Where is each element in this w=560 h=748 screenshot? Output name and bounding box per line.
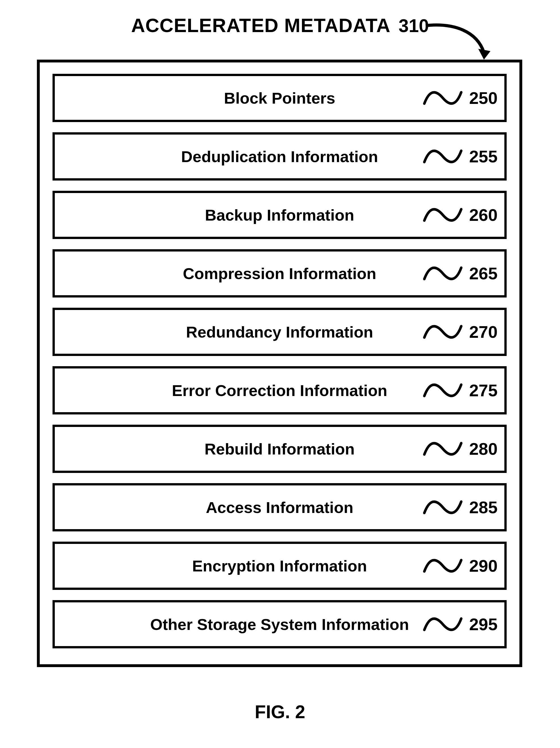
title-arrow-icon — [420, 20, 494, 65]
metadata-row-ref-group: 285 — [421, 493, 497, 521]
metadata-row-label: Access Information — [206, 498, 353, 517]
metadata-row-ref-group: 295 — [421, 610, 497, 638]
metadata-row-label: Deduplication Information — [181, 147, 378, 166]
metadata-container: Block Pointers 250 Deduplication Informa… — [37, 60, 522, 667]
metadata-row-label: Other Storage System Information — [150, 615, 409, 634]
metadata-row-label: Rebuild Information — [205, 440, 355, 458]
metadata-row: Redundancy Information 270 — [52, 308, 507, 356]
curly-brace-icon — [421, 610, 464, 638]
metadata-row-ref: 290 — [469, 556, 497, 576]
metadata-row-ref-group: 260 — [421, 201, 497, 229]
metadata-row-ref-group: 255 — [421, 142, 497, 171]
figure-caption: FIG. 2 — [0, 701, 560, 722]
metadata-row: Other Storage System Information 295 — [52, 600, 507, 648]
diagram-title: ACCELERATED METADATA — [131, 14, 391, 36]
metadata-row-ref: 260 — [469, 205, 497, 225]
metadata-row-ref: 295 — [469, 614, 497, 634]
metadata-row-ref: 255 — [469, 147, 497, 166]
metadata-row-label: Encryption Information — [192, 557, 367, 575]
curly-brace-icon — [421, 201, 464, 229]
metadata-row: Rebuild Information 280 — [52, 425, 507, 473]
metadata-row: Error Correction Information 275 — [52, 366, 507, 415]
metadata-row: Compression Information 265 — [52, 249, 507, 298]
metadata-row-ref: 270 — [469, 322, 497, 342]
curly-brace-icon — [421, 259, 464, 287]
metadata-row-ref: 285 — [469, 498, 497, 517]
metadata-row-ref: 280 — [469, 439, 497, 459]
curly-brace-icon — [421, 552, 464, 580]
curly-brace-icon — [421, 493, 464, 521]
svg-marker-0 — [478, 49, 490, 60]
metadata-row: Block Pointers 250 — [52, 74, 507, 122]
metadata-row: Encryption Information 290 — [52, 542, 507, 590]
metadata-row-ref-group: 250 — [421, 84, 497, 112]
metadata-row-ref-group: 280 — [421, 435, 497, 463]
metadata-row-ref-group: 265 — [421, 259, 497, 287]
curly-brace-icon — [421, 376, 464, 404]
metadata-row-ref-group: 270 — [421, 318, 497, 346]
metadata-row-label: Backup Information — [205, 206, 354, 224]
metadata-row-label: Error Correction Information — [172, 381, 387, 400]
metadata-row-ref: 265 — [469, 264, 497, 283]
metadata-row-label: Redundancy Information — [186, 323, 373, 341]
metadata-row-ref: 275 — [469, 381, 497, 400]
metadata-row-ref: 250 — [469, 88, 497, 108]
curly-brace-icon — [421, 435, 464, 463]
curly-brace-icon — [421, 318, 464, 346]
metadata-row-ref-group: 275 — [421, 376, 497, 404]
metadata-row-label: Compression Information — [183, 264, 376, 283]
metadata-row: Backup Information 260 — [52, 191, 507, 239]
metadata-row-label: Block Pointers — [224, 89, 335, 107]
metadata-row: Deduplication Information 255 — [52, 132, 507, 181]
curly-brace-icon — [421, 142, 464, 171]
metadata-row: Access Information 285 — [52, 483, 507, 531]
curly-brace-icon — [421, 84, 464, 112]
metadata-row-ref-group: 290 — [421, 552, 497, 580]
